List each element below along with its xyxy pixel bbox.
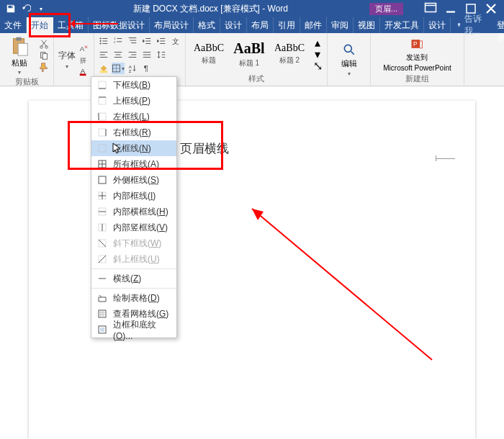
sort-icon[interactable]: AZ xyxy=(126,63,139,74)
save-icon[interactable] xyxy=(4,2,17,15)
annotation-arrow xyxy=(72,23,118,24)
new-group: P 发送到 Microsoft PowerPoint 新建组 xyxy=(371,33,464,86)
bullets-icon[interactable] xyxy=(97,35,110,47)
styles-group: AaBbC标题 AaBl标题 1 AaBbC标题 2 ▴ ▾ ⤡ 样式 xyxy=(186,33,328,86)
clipboard-group: 粘贴 ▾ 剪贴板 xyxy=(0,33,54,86)
menu-item-border[interactable]: 边框和底纹(O)... xyxy=(91,322,176,338)
multilevel-icon[interactable] xyxy=(126,35,139,47)
line-spacing-icon[interactable] xyxy=(155,49,168,60)
svg-point-13 xyxy=(100,37,102,39)
send-to-powerpoint-button[interactable]: P 发送到 Microsoft PowerPoint xyxy=(383,37,451,72)
tab-layout-design[interactable]: 布局设计 xyxy=(150,17,194,33)
menu-item-border[interactable]: 内部框线(I) xyxy=(91,188,176,204)
border-icon xyxy=(97,96,107,106)
svg-rect-28 xyxy=(99,97,106,104)
paste-button[interactable]: 粘贴 ▾ xyxy=(3,35,36,76)
asian-layout-icon[interactable]: 文 xyxy=(169,35,182,47)
tab-home[interactable]: 开始 xyxy=(27,17,53,33)
svg-rect-41 xyxy=(100,327,104,332)
svg-point-14 xyxy=(100,40,102,42)
tab-icon-data[interactable]: 图标数据设计 xyxy=(89,17,150,33)
styles-up-icon[interactable]: ▴ xyxy=(311,37,324,47)
font-color-icon[interactable]: A xyxy=(77,66,90,76)
contextual-tab-header: 页眉... xyxy=(369,3,403,15)
menu-item-border[interactable]: 所有框线(A) xyxy=(91,156,176,172)
header-text[interactable]: 页眉横线 xyxy=(180,140,229,157)
menu-item-border[interactable]: 右框线(R) xyxy=(91,125,176,140)
svg-text:文: 文 xyxy=(172,37,179,45)
svg-text:¶: ¶ xyxy=(144,64,148,73)
tell-me-input[interactable]: 告诉我... xyxy=(451,17,490,33)
tab-view[interactable]: 视图 xyxy=(354,17,380,33)
svg-rect-39 xyxy=(99,310,106,317)
menu-item-border[interactable]: 内部竖框线(V) xyxy=(91,220,176,235)
style-heading1[interactable]: AaBl标题 1 xyxy=(229,37,269,71)
style-title[interactable]: AaBbC标题 xyxy=(189,37,229,71)
style-heading2[interactable]: AaBbC标题 2 xyxy=(269,37,310,71)
numbering-icon[interactable]: 12 xyxy=(112,35,125,47)
title-bar: ▾ 新建 DOCX 文档.docx [兼容模式] - Word 页眉... xyxy=(0,0,504,17)
login-button[interactable]: 登录 xyxy=(490,17,504,33)
align-center-icon[interactable] xyxy=(112,49,125,60)
qat-customize-icon[interactable]: ▾ xyxy=(35,2,48,15)
menu-item-border[interactable]: 外侧框线(S) xyxy=(91,172,176,188)
tab-mailings[interactable]: 邮件 xyxy=(300,17,327,33)
styles-down-icon[interactable]: ▾ xyxy=(311,49,324,59)
border-icon xyxy=(97,238,107,248)
svg-rect-30 xyxy=(99,129,106,136)
menu-item-border[interactable]: 横线(Z) xyxy=(91,271,176,286)
show-marks-icon[interactable]: ¶ xyxy=(140,63,153,74)
menu-item-border[interactable]: 下框线(B) xyxy=(91,77,176,93)
menu-item-border[interactable]: 无框线(N) xyxy=(91,140,176,156)
tab-file[interactable]: 文件 xyxy=(0,17,27,33)
ribbon-tabs: 文件 开始 工具箱 图标数据设计 布局设计 格式 设计 布局 引用 邮件 审阅 … xyxy=(0,17,504,33)
borders-dropdown-menu: 下框线(B)上框线(P)左框线(L)右框线(R)无框线(N)所有框线(A)外侧框… xyxy=(91,76,177,338)
clear-format-icon[interactable]: A xyxy=(77,43,90,53)
copy-icon[interactable] xyxy=(37,50,50,60)
border-icon xyxy=(97,191,107,201)
tab-layout[interactable]: 布局 xyxy=(247,17,274,33)
border-icon xyxy=(97,175,107,185)
menu-item-border[interactable]: 左框线(L) xyxy=(91,109,176,125)
indent-dec-icon[interactable] xyxy=(140,35,153,47)
close-icon[interactable] xyxy=(482,1,500,16)
align-justify-icon[interactable] xyxy=(140,49,153,60)
tab-developer[interactable]: 开发工具 xyxy=(380,17,424,33)
menu-item-border[interactable]: 绘制表格(D) xyxy=(91,290,176,306)
font-group: 字体▾ A 拼 A xyxy=(54,33,94,86)
menu-item-border[interactable]: 上框线(P) xyxy=(91,93,176,109)
menu-item-border[interactable]: 内部横框线(H) xyxy=(91,204,176,220)
border-icon xyxy=(97,309,107,319)
font-dropdown[interactable]: 字体▾ xyxy=(58,50,76,70)
quick-access-toolbar: ▾ xyxy=(0,2,52,15)
border-icon xyxy=(97,207,107,217)
cut-icon[interactable] xyxy=(37,39,50,49)
undo-icon[interactable] xyxy=(19,2,32,15)
tab-design[interactable]: 设计 xyxy=(220,17,247,33)
tab-references[interactable]: 引用 xyxy=(274,17,300,33)
svg-rect-33 xyxy=(99,176,106,184)
tab-format[interactable]: 格式 xyxy=(194,17,220,33)
border-icon xyxy=(97,80,107,90)
border-icon xyxy=(97,112,107,122)
svg-rect-19 xyxy=(100,71,108,73)
align-right-icon[interactable] xyxy=(126,49,139,60)
phonetic-icon[interactable]: 拼 xyxy=(77,55,90,65)
shading-icon[interactable] xyxy=(97,63,110,74)
tab-header-design[interactable]: 设计 xyxy=(424,17,451,33)
tab-review[interactable]: 审阅 xyxy=(327,17,354,33)
borders-dropdown[interactable]: ▾ xyxy=(112,63,125,74)
svg-text:A: A xyxy=(79,44,84,52)
indent-inc-icon[interactable] xyxy=(155,35,168,47)
ribbon-options-icon[interactable] xyxy=(422,1,439,16)
editing-group: 编辑▾ xyxy=(328,33,371,86)
window-title: 新建 DOCX 文档.docx [兼容模式] - Word xyxy=(52,3,369,15)
styles-more-icon[interactable]: ⤡ xyxy=(311,60,324,71)
border-icon xyxy=(97,254,107,264)
find-button[interactable]: 编辑▾ xyxy=(341,42,357,77)
minimize-icon[interactable] xyxy=(442,1,459,16)
border-icon xyxy=(97,222,107,232)
menu-item-border: 斜上框线(U) xyxy=(91,251,176,267)
format-painter-icon[interactable] xyxy=(37,62,50,72)
align-left-icon[interactable] xyxy=(97,49,110,60)
